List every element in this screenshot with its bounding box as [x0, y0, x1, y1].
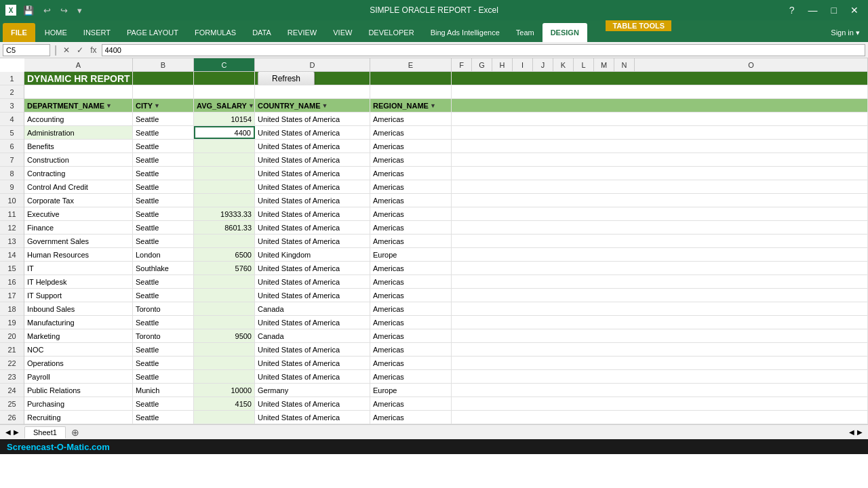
cell-dept[interactable]: Recruiting [24, 411, 133, 424]
cell-region[interactable]: Americas [370, 126, 452, 139]
cell-region[interactable]: Americas [370, 113, 452, 125]
cell-city[interactable]: Seattle [133, 140, 194, 152]
cell-dept[interactable]: IT [24, 262, 133, 274]
r2c[interactable] [194, 85, 255, 98]
maximize-button[interactable]: □ [827, 5, 841, 16]
cell-avg[interactable]: 10154 [194, 113, 255, 125]
cell-dept[interactable]: Public Relations [24, 384, 133, 396]
cell-dept[interactable]: Benefits [24, 140, 133, 152]
scroll-left-icon[interactable]: ◀ [5, 428, 11, 436]
cell-city[interactable]: Seattle [133, 221, 194, 234]
cell-rest[interactable] [452, 289, 868, 302]
cell-country[interactable]: United States of America [255, 235, 370, 247]
cell-rest[interactable] [452, 343, 868, 356]
cell-rest[interactable] [452, 180, 868, 193]
cell-city[interactable]: Seattle [133, 180, 194, 193]
row-num-8[interactable]: 8 [0, 167, 24, 180]
cell-city[interactable]: Seattle [133, 194, 194, 207]
cell-region[interactable]: Americas [370, 343, 452, 356]
cell-city[interactable]: Seattle [133, 370, 194, 383]
redo-button[interactable]: ↪ [58, 5, 71, 16]
sign-in-button[interactable]: Sign in ▾ [823, 23, 868, 42]
help-button[interactable]: ? [785, 5, 799, 16]
row-num-23[interactable]: 23 [0, 370, 24, 384]
col-header-F[interactable]: F [452, 58, 472, 71]
cell-country[interactable]: United States of America [255, 370, 370, 383]
row-num-3[interactable]: 3 [0, 99, 24, 113]
cell-region[interactable]: Americas [370, 235, 452, 247]
cell-dept[interactable]: Government Sales [24, 235, 133, 247]
row-num-26[interactable]: 26 [0, 411, 24, 424]
row-num-19[interactable]: 19 [0, 316, 24, 329]
cell-rest[interactable] [452, 248, 868, 261]
cell-city[interactable]: Seattle [133, 411, 194, 424]
cell-city[interactable]: Seattle [133, 397, 194, 410]
cell-rest[interactable] [452, 397, 868, 410]
cell-region[interactable]: Americas [370, 397, 452, 410]
row-num-1[interactable]: 1 [0, 72, 24, 85]
cell-region[interactable]: Europe [370, 248, 452, 261]
row-num-18[interactable]: 18 [0, 302, 24, 316]
cell-country[interactable]: United States of America [255, 357, 370, 369]
cell-rest[interactable] [452, 357, 868, 369]
cell-avg[interactable]: 6500 [194, 248, 255, 261]
row-num-11[interactable]: 11 [0, 207, 24, 221]
close-button[interactable]: ✕ [846, 5, 863, 16]
cell-rest[interactable] [452, 302, 868, 315]
cell-avg[interactable] [194, 140, 255, 152]
cell-rest[interactable] [452, 262, 868, 274]
cell-avg[interactable] [194, 302, 255, 315]
cell-country[interactable]: United States of America [255, 275, 370, 288]
r2e[interactable] [370, 85, 452, 98]
cell-dept[interactable]: Contracting [24, 167, 133, 180]
cell-avg[interactable] [194, 370, 255, 383]
filter-dept-icon[interactable]: ▼ [106, 102, 112, 109]
cell-rest[interactable] [452, 221, 868, 234]
filter-avg-icon[interactable]: ▼ [248, 102, 254, 109]
cell-region[interactable]: Americas [370, 262, 452, 274]
row-num-21[interactable]: 21 [0, 343, 24, 357]
r2rest[interactable] [452, 85, 868, 98]
scroll-right-icon[interactable]: ▶ [14, 428, 19, 436]
cell-avg[interactable] [194, 289, 255, 302]
cell-country[interactable]: United States of America [255, 126, 370, 139]
cell-city[interactable]: Seattle [133, 343, 194, 356]
cell-region[interactable]: Americas [370, 167, 452, 180]
cell-rest[interactable] [452, 167, 868, 180]
tab-insert[interactable]: INSERT [75, 23, 119, 42]
col-header-O[interactable]: O [635, 58, 868, 71]
cell-avg[interactable] [194, 275, 255, 288]
cell-country[interactable]: United States of America [255, 207, 370, 220]
row-num-17[interactable]: 17 [0, 289, 24, 302]
cell-region[interactable]: Americas [370, 140, 452, 152]
cell-dept[interactable]: IT Support [24, 289, 133, 302]
row-num-16[interactable]: 16 [0, 275, 24, 289]
r2b[interactable] [133, 85, 194, 98]
cell-dept[interactable]: Administration [24, 126, 133, 139]
cell-region[interactable]: Americas [370, 221, 452, 234]
col-header-L[interactable]: L [574, 58, 594, 71]
col-header-D[interactable]: D [255, 58, 370, 71]
cell-country[interactable]: Canada [255, 302, 370, 315]
row-num-25[interactable]: 25 [0, 397, 24, 411]
row-num-14[interactable]: 14 [0, 248, 24, 262]
row-num-9[interactable]: 9 [0, 180, 24, 194]
cell-city[interactable]: Seattle [133, 357, 194, 369]
r2d[interactable] [255, 85, 370, 98]
tab-data[interactable]: DATA [244, 23, 279, 42]
cell-avg[interactable] [194, 167, 255, 180]
cell-rest[interactable] [452, 316, 868, 329]
cell-country[interactable]: United States of America [255, 180, 370, 193]
cell-rest[interactable] [452, 153, 868, 166]
cell-country[interactable]: United States of America [255, 316, 370, 329]
cell-country[interactable]: United States of America [255, 153, 370, 166]
row-num-15[interactable]: 15 [0, 262, 24, 275]
cell-region[interactable]: Americas [370, 275, 452, 288]
row-num-6[interactable]: 6 [0, 140, 24, 153]
row-num-20[interactable]: 20 [0, 329, 24, 343]
cell-region[interactable]: Americas [370, 207, 452, 220]
cell-avg[interactable]: 4400 [194, 126, 255, 139]
cell-dept[interactable]: Construction [24, 153, 133, 166]
cell-rest[interactable] [452, 194, 868, 207]
col-header-E[interactable]: E [370, 58, 452, 71]
